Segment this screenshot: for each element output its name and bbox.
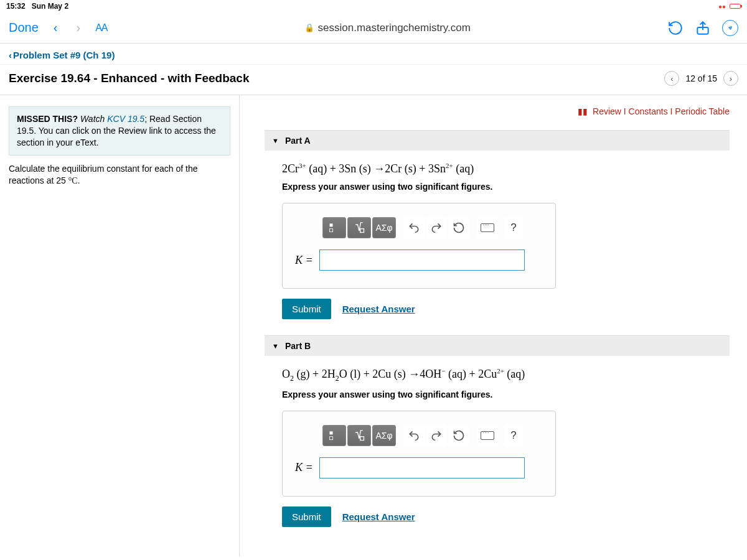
breadcrumb-bar: ‹Problem Set #9 (Ch 19)	[0, 44, 747, 65]
page-title: Exercise 19.64 - Enhanced - with Feedbac…	[9, 72, 250, 85]
svg-rect-4	[330, 431, 333, 434]
template-button[interactable]	[322, 217, 346, 238]
greek-button[interactable]: ΑΣφ	[372, 217, 396, 238]
math-button[interactable]	[347, 217, 371, 238]
template-button[interactable]	[322, 425, 346, 446]
browser-toolbar: Done ‹ › AA 🔒 session.masteringchemistry…	[0, 12, 747, 44]
main-content: ▮▮ Review I Constants I Periodic Table ▼…	[240, 95, 747, 557]
part-a-request-answer[interactable]: Request Answer	[342, 304, 415, 314]
part-b: ▼ Part B O2 (g) + 2H2O (l) + 2Cu (s) →4O…	[265, 335, 730, 527]
redo-button[interactable]	[426, 425, 447, 446]
math-button[interactable]	[347, 425, 371, 446]
constants-link[interactable]: Constants	[629, 106, 668, 116]
greek-button[interactable]: ΑΣφ	[372, 425, 396, 446]
reset-button[interactable]	[448, 425, 469, 446]
hint-box: MISSED THIS? Watch KCV 19.5; Read Sectio…	[9, 106, 230, 156]
undo-button[interactable]	[403, 425, 425, 446]
part-b-request-answer[interactable]: Request Answer	[342, 511, 415, 522]
part-a-equation: 2Cr3+ (aq) + 3Sn (s) →2Cr (s) + 3Sn2+ (a…	[282, 162, 726, 175]
part-b-instructions: Express your answer using two significan…	[282, 390, 726, 399]
address-bar[interactable]: 🔒 session.masteringchemistry.com	[119, 22, 657, 34]
prev-exercise-button[interactable]: ‹	[664, 71, 679, 86]
review-link[interactable]: Review	[593, 106, 621, 116]
url-text: session.masteringchemistry.com	[318, 22, 471, 34]
question-prompt: Calculate the equilibrium constant for e…	[9, 163, 230, 187]
share-button[interactable]	[695, 20, 711, 36]
part-a-header[interactable]: ▼ Part A	[265, 130, 730, 151]
part-a-answer-input[interactable]	[319, 250, 525, 271]
part-a-toolbar: ΑΣφ ?	[322, 217, 543, 238]
part-b-header[interactable]: ▼ Part B	[265, 335, 730, 356]
text-size-button[interactable]: AA	[95, 22, 107, 34]
kcv-link[interactable]: KCV 19.5	[107, 114, 144, 124]
done-button[interactable]: Done	[9, 21, 39, 35]
part-b-submit-button[interactable]: Submit	[282, 506, 331, 527]
keyboard-button[interactable]	[477, 217, 498, 238]
title-row: Exercise 19.64 - Enhanced - with Feedbac…	[0, 65, 747, 95]
status-date: Sun May 2	[32, 2, 68, 11]
sidebar: MISSED THIS? Watch KCV 19.5; Read Sectio…	[0, 95, 240, 557]
svg-rect-2	[330, 229, 333, 232]
keyboard-button[interactable]	[477, 425, 498, 446]
compass-icon[interactable]	[722, 20, 738, 36]
resource-links: ▮▮ Review I Constants I Periodic Table	[265, 106, 730, 116]
help-button[interactable]: ?	[504, 425, 523, 446]
part-a-answer-box: ΑΣφ ? K =	[282, 203, 556, 289]
position-nav: ‹ 12 of 15 ›	[664, 71, 738, 86]
lock-icon: 🔒	[304, 23, 314, 32]
part-a: ▼ Part A 2Cr3+ (aq) + 3Sn (s) →2Cr (s) +…	[265, 130, 730, 319]
reload-button[interactable]	[667, 20, 684, 36]
flag-icon[interactable]: ▮▮	[578, 106, 588, 116]
part-b-equation: O2 (g) + 2H2O (l) + 2Cu (s) →4OH− (aq) +…	[282, 367, 726, 383]
k-label: K =	[295, 254, 313, 267]
collapse-icon: ▼	[272, 137, 279, 144]
periodic-table-link[interactable]: Periodic Table	[675, 106, 730, 116]
part-b-toolbar: ΑΣφ ?	[322, 425, 543, 446]
undo-button[interactable]	[403, 217, 425, 238]
help-button[interactable]: ?	[504, 217, 523, 238]
status-right: ●●	[718, 3, 741, 10]
status-time: 15:32	[6, 2, 26, 11]
back-button[interactable]: ‹	[50, 21, 62, 35]
collapse-icon: ▼	[272, 342, 279, 350]
svg-rect-1	[330, 223, 333, 226]
breadcrumb[interactable]: ‹Problem Set #9 (Ch 19)	[9, 50, 115, 60]
part-b-answer-input[interactable]	[319, 457, 525, 478]
reset-button[interactable]	[448, 217, 469, 238]
forward-button[interactable]: ›	[72, 21, 84, 35]
position-label: 12 of 15	[685, 73, 717, 83]
svg-rect-5	[330, 436, 333, 439]
part-b-answer-box: ΑΣφ ? K =	[282, 411, 556, 497]
svg-rect-3	[360, 229, 364, 233]
k-label: K =	[295, 461, 313, 474]
next-exercise-button[interactable]: ›	[723, 71, 738, 86]
part-a-instructions: Express your answer using two significan…	[282, 182, 726, 192]
status-bar: 15:32 Sun May 2 ●●	[0, 0, 747, 12]
redo-button[interactable]	[426, 217, 447, 238]
svg-rect-6	[360, 436, 364, 440]
hint-lead: MISSED THIS?	[17, 114, 78, 124]
part-a-submit-button[interactable]: Submit	[282, 299, 331, 319]
